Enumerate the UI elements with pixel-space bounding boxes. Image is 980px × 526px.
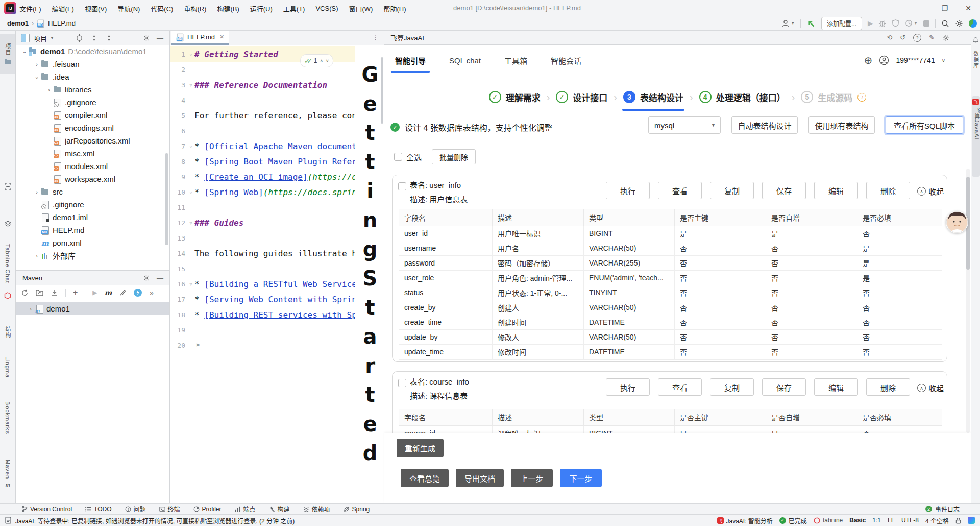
- status-item-1:1[interactable]: 1:1: [872, 517, 881, 524]
- status-item-lock[interactable]: [955, 517, 961, 524]
- toolwindow-button-依赖项[interactable]: 依赖项: [303, 505, 330, 513]
- maven-panel-title[interactable]: Maven: [22, 274, 42, 282]
- toolwindow-button-Profiler[interactable]: Profiler: [193, 506, 222, 513]
- regenerate-button[interactable]: 重新生成: [397, 439, 444, 457]
- skip-tests-icon[interactable]: [119, 289, 126, 296]
- tree-item-HELP.md[interactable]: MDHELP.md: [16, 224, 169, 236]
- maven-item-demo1[interactable]: ›mdemo1: [16, 302, 169, 315]
- project-view-icon[interactable]: [21, 34, 30, 42]
- stripe-item-hexagon[interactable]: [0, 290, 15, 301]
- profiler-icon[interactable]: ▼: [905, 19, 918, 27]
- minimize-button[interactable]: —: [910, 0, 933, 16]
- debug-icon[interactable]: [878, 19, 886, 27]
- collapsed-icon[interactable]: ›: [44, 87, 54, 93]
- card-button-删除[interactable]: 删除: [866, 182, 910, 199]
- collapse-button[interactable]: ∧收起: [917, 186, 944, 197]
- step-设计接口[interactable]: ✓设计接口: [556, 91, 607, 104]
- refresh-icon[interactable]: [21, 289, 29, 297]
- card-button-复制[interactable]: 复制: [710, 378, 754, 396]
- collapse-all-icon[interactable]: [105, 34, 113, 42]
- locate-file-icon[interactable]: [76, 34, 83, 42]
- menu-窗口(W)[interactable]: 窗口(W): [347, 4, 375, 13]
- project-panel-title[interactable]: 项目: [34, 33, 47, 43]
- tree-item-demo1.iml[interactable]: demo1.iml: [16, 211, 169, 224]
- expanded-icon[interactable]: ⌄: [32, 74, 41, 80]
- collapse-button[interactable]: ∧收起: [917, 382, 944, 393]
- design-action-自动表结构设计[interactable]: 自动表结构设计: [731, 116, 798, 134]
- tree-item-workspace.xml[interactable]: <>workspace.xml: [16, 173, 169, 185]
- stripe-item-Lingma[interactable]: Lingma: [0, 349, 15, 385]
- plus-circle-icon[interactable]: ⊕: [864, 54, 873, 66]
- status-item-已完成[interactable]: ✓已完成: [779, 516, 807, 525]
- editor-tab-helpmd[interactable]: MD HELP.md ✕: [171, 31, 229, 45]
- db-type-select[interactable]: mysql ▼: [648, 116, 721, 134]
- run-icon[interactable]: ▶: [92, 289, 97, 296]
- step-处理逻辑（接口）[interactable]: 4处理逻辑（接口）: [699, 91, 786, 104]
- tree-item-.idea[interactable]: ⌄.idea: [16, 70, 169, 83]
- status-message[interactable]: JavaAI: 等待登录中: 已复制链接, 如遇浏览器未打开的情况, 可直接粘贴…: [15, 516, 295, 525]
- maven-m-icon[interactable]: m: [105, 289, 112, 297]
- plus-icon[interactable]: +: [73, 288, 78, 297]
- menu-视图(V)[interactable]: 视图(V): [83, 4, 109, 13]
- sync-folder-icon[interactable]: [36, 289, 44, 296]
- tree-item-pom.xml[interactable]: mpom.xml: [16, 236, 169, 249]
- card-button-保存[interactable]: 保存: [762, 378, 806, 396]
- card-button-查看[interactable]: 查看: [658, 378, 702, 396]
- status-item-4 个空格[interactable]: 4 个空格: [925, 516, 949, 525]
- menu-重构(R)[interactable]: 重构(R): [182, 4, 208, 13]
- fold-icon[interactable]: ▿: [187, 189, 194, 195]
- card-button-编辑[interactable]: 编辑: [814, 182, 858, 199]
- chevron-down-icon[interactable]: ∨: [942, 58, 945, 63]
- hide-panel-icon[interactable]: —: [157, 34, 163, 42]
- design-action-查看所有SQL脚本[interactable]: 查看所有SQL脚本: [886, 116, 963, 134]
- stripe-item-scan[interactable]: [0, 180, 15, 193]
- coverage-icon[interactable]: [892, 19, 899, 27]
- markdown-preview-pane[interactable]: GettingStarted: [356, 60, 384, 503]
- toolwindow-button-端点[interactable]: 端点: [235, 505, 256, 513]
- stripe-label-database[interactable]: 数据库: [972, 51, 980, 69]
- refresh-icon[interactable]: ⟲: [887, 34, 892, 41]
- stripe-item-Maven[interactable]: Mavenm: [0, 452, 15, 495]
- menu-VCS(S)[interactable]: VCS(S): [313, 5, 340, 12]
- editor-area[interactable]: MD HELP.md ✕ ⋮ 1▿# Getting Started23▿###…: [170, 31, 384, 503]
- collapsed-icon[interactable]: ›: [32, 189, 41, 195]
- edit-icon[interactable]: ✎: [929, 34, 935, 41]
- footer-button-下一步[interactable]: 下一步: [560, 469, 602, 487]
- card-button-保存[interactable]: 保存: [762, 182, 806, 199]
- hide-panel-icon[interactable]: —: [157, 274, 163, 282]
- fold-icon[interactable]: ▿: [187, 82, 194, 88]
- more-icon[interactable]: »: [150, 289, 153, 297]
- expand-all-icon[interactable]: [90, 34, 98, 42]
- menu-编辑(E)[interactable]: 编辑(E): [50, 4, 76, 13]
- gear-icon[interactable]: [142, 274, 150, 282]
- card-button-查看[interactable]: 查看: [658, 182, 702, 199]
- bolt-icon[interactable]: [133, 288, 142, 297]
- toolwindow-button-Version Control[interactable]: Version Control: [21, 506, 72, 513]
- account-icon[interactable]: [879, 55, 889, 65]
- menu-构建(B)[interactable]: 构建(B): [215, 4, 241, 13]
- history-icon[interactable]: ↺: [900, 34, 905, 41]
- stripe-item-layers[interactable]: [0, 217, 15, 230]
- step-生成源码[interactable]: 5生成源码: [801, 91, 852, 104]
- event-log-item[interactable]: 2 事件日志: [925, 504, 960, 514]
- batch-delete-button[interactable]: 批量删除: [432, 149, 476, 164]
- maximize-button[interactable]: ❐: [933, 0, 957, 16]
- status-item-Basic[interactable]: Basic: [849, 517, 866, 524]
- tree-item-demo1[interactable]: ⌄demo1 D:\code\feisuan\demo1: [16, 45, 169, 58]
- stripe-item-结构[interactable]: 结构: [0, 320, 15, 344]
- stripe-item-Tabnine Chat[interactable]: Tabnine Chat: [0, 240, 15, 287]
- help-icon[interactable]: ?: [913, 34, 921, 42]
- card-button-执行[interactable]: 执行: [606, 182, 650, 199]
- footer-button-查看总览[interactable]: 查看总览: [401, 469, 449, 487]
- footer-button-导出文档[interactable]: 导出文档: [456, 469, 504, 487]
- feisuan-arrow-icon[interactable]: [806, 19, 816, 28]
- tree-item-jarRepositories.xml[interactable]: <>jarRepositories.xml: [16, 134, 169, 147]
- support-avatar[interactable]: [946, 211, 968, 233]
- stripe-item-Bookmarks[interactable]: Bookmarks: [0, 394, 15, 441]
- chevron-down-icon[interactable]: ▼: [50, 36, 54, 40]
- user-icon[interactable]: ▼: [781, 19, 795, 28]
- footer-button-上一步[interactable]: 上一步: [511, 469, 553, 487]
- prev-inspection-icon[interactable]: ∧: [320, 58, 323, 63]
- step-表结构设计[interactable]: 3表结构设计: [623, 91, 683, 104]
- status-item-LF[interactable]: LF: [888, 517, 895, 524]
